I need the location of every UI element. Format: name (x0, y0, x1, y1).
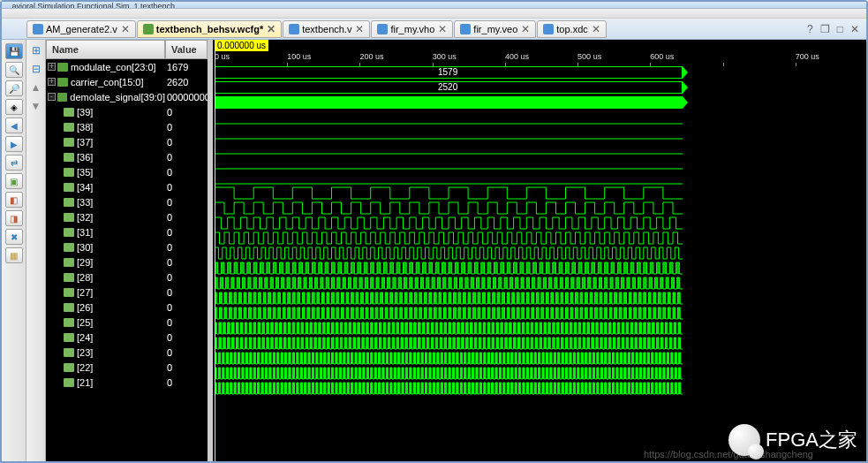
move-up-icon[interactable]: ▲ (29, 80, 43, 95)
signal-value[interactable]: 0 (165, 315, 208, 330)
save-button[interactable]: 💾 (5, 43, 23, 59)
signal-value[interactable]: 0 (165, 164, 208, 179)
zoom-out-button[interactable]: 🔎 (5, 80, 23, 96)
bit-waveform[interactable] (215, 141, 683, 155)
bit-waveform[interactable] (215, 186, 683, 200)
remove-button[interactable]: ✖ (5, 229, 23, 245)
time-ruler[interactable]: 0 us100 us200 us300 us400 us500 us600 us… (213, 52, 866, 65)
signal-value[interactable]: 0 (165, 375, 208, 390)
signal-value[interactable]: 0 (165, 360, 208, 375)
signal-value[interactable]: 0 (165, 149, 208, 164)
signal-value[interactable]: 0 (165, 269, 208, 285)
cursor-line[interactable] (215, 40, 215, 461)
menubar[interactable] (2, 9, 866, 19)
signal-name-row[interactable]: [34] (46, 179, 165, 194)
signal-value[interactable]: 0 (165, 330, 208, 345)
maximize-icon[interactable]: □ (837, 23, 843, 35)
signal-name-row[interactable]: [37] (46, 134, 165, 149)
signal-name-row[interactable]: [23] (46, 345, 165, 360)
signal-name-row[interactable]: [31] (46, 224, 165, 239)
signal-name-row[interactable]: [25] (46, 315, 165, 330)
close-icon[interactable]: ✕ (521, 23, 530, 35)
close-icon[interactable]: ✕ (267, 23, 275, 35)
signal-name-row[interactable]: [38] (46, 119, 165, 134)
group-button[interactable]: ▦ (5, 247, 23, 263)
restore-icon[interactable]: ❐ (820, 23, 830, 35)
signal-value[interactable]: 0 (165, 224, 208, 239)
bit-waveform[interactable] (215, 277, 683, 290)
bit-waveform[interactable] (215, 367, 683, 380)
signal-value[interactable]: 0 (165, 209, 208, 224)
bit-waveform[interactable] (215, 382, 683, 395)
signal-name-row[interactable]: [30] (46, 239, 165, 254)
signal-name-row[interactable]: [32] (46, 209, 165, 224)
prev-marker-button[interactable]: ◧ (5, 192, 23, 208)
bit-waveform[interactable] (215, 292, 683, 305)
expand-icon[interactable]: - (48, 93, 56, 101)
signal-name-row[interactable]: [36] (46, 149, 165, 164)
bit-waveform[interactable] (215, 352, 683, 365)
signal-value[interactable]: 0 (165, 134, 208, 149)
bit-waveform[interactable] (215, 262, 683, 275)
signal-name-row[interactable]: [28] (46, 269, 165, 285)
signal-name-row[interactable]: [33] (46, 194, 165, 209)
help-icon[interactable]: ? (807, 23, 813, 35)
expand-tool-icon[interactable]: ⊞ (29, 43, 43, 57)
signal-value[interactable]: 0 (165, 239, 208, 254)
tab-4[interactable]: fir_my.veo✕ (454, 20, 536, 38)
signal-value[interactable]: 0 (165, 104, 208, 119)
bit-waveform[interactable] (215, 337, 683, 350)
close-icon[interactable]: ✕ (592, 23, 600, 35)
move-down-icon[interactable]: ▼ (29, 99, 43, 113)
bit-waveform[interactable] (215, 216, 683, 230)
signal-value[interactable]: 0 (165, 285, 208, 300)
close-icon[interactable]: ✕ (121, 23, 130, 35)
bit-waveform[interactable] (215, 171, 683, 185)
bit-waveform[interactable] (215, 307, 683, 320)
signal-name-row[interactable]: -demolate_signal[39:0] (46, 89, 165, 104)
expand-icon[interactable]: + (48, 63, 56, 71)
bit-waveform[interactable] (215, 247, 683, 260)
signal-name-row[interactable]: [27] (46, 285, 165, 300)
zoom-in-button[interactable]: 🔍 (5, 62, 23, 78)
expand-icon[interactable]: + (48, 78, 56, 86)
bit-waveform[interactable] (215, 126, 683, 140)
next-marker-button[interactable]: ◨ (5, 210, 23, 226)
signal-name-row[interactable]: [39] (46, 104, 165, 119)
signal-name-row[interactable]: [29] (46, 254, 165, 269)
bit-waveform[interactable] (215, 231, 683, 245)
signal-name-row[interactable]: [21] (46, 375, 165, 390)
signal-name-row[interactable]: [22] (46, 360, 165, 375)
bus-waveform[interactable] (215, 96, 683, 109)
tab-3[interactable]: fir_my.vho✕ (371, 20, 453, 38)
signal-name-row[interactable]: +carrier_con[15:0] (46, 74, 165, 89)
next-edge-button[interactable]: ▶ (5, 136, 23, 152)
bit-waveform[interactable] (215, 322, 683, 335)
signal-value[interactable]: 0 (165, 300, 208, 315)
tab-5[interactable]: top.xdc✕ (537, 20, 606, 38)
close-icon[interactable]: ✕ (355, 23, 364, 35)
signal-value[interactable]: 1679 (165, 59, 208, 74)
add-marker-button[interactable]: ▣ (5, 173, 23, 189)
signal-name-row[interactable]: [24] (46, 330, 165, 345)
close-icon[interactable]: ✕ (438, 23, 447, 35)
value-header[interactable]: Value (165, 40, 208, 59)
tab-1[interactable]: textbench_behsv.wcfg*✕ (137, 20, 282, 38)
signal-value[interactable]: 2620 (165, 74, 208, 89)
waveform-viewer[interactable]: 0.000000 us 0 us100 us200 us300 us400 us… (213, 40, 866, 461)
signal-value[interactable]: 0 (165, 345, 208, 360)
signal-name-row[interactable]: [26] (46, 300, 165, 315)
zoom-fit-button[interactable]: ◈ (5, 99, 23, 115)
signal-value[interactable]: 0 (165, 119, 208, 134)
signal-name-row[interactable]: [35] (46, 164, 165, 179)
signal-value[interactable]: 0 (165, 254, 208, 269)
swap-button[interactable]: ⇄ (5, 155, 23, 171)
prev-edge-button[interactable]: ◀ (5, 118, 23, 133)
close-panel-icon[interactable]: ✕ (850, 23, 859, 35)
signal-value[interactable]: 0 (165, 194, 208, 209)
collapse-tool-icon[interactable]: ⊟ (29, 62, 43, 76)
tab-0[interactable]: AM_generate2.v✕ (26, 20, 136, 38)
bit-waveform[interactable] (215, 201, 683, 215)
signal-name-row[interactable]: +modulate_con[23:0] (46, 59, 165, 74)
bit-waveform[interactable] (215, 111, 683, 125)
